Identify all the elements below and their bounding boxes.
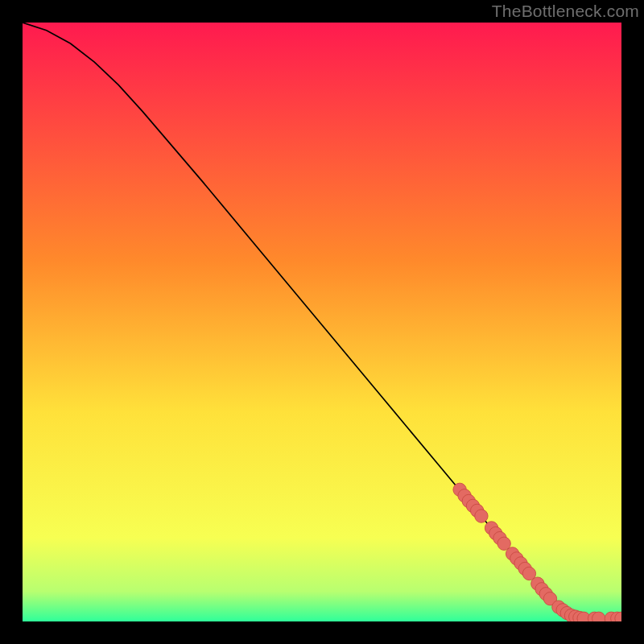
chart-svg (23, 23, 621, 621)
chart-point (475, 510, 488, 522)
chart-point (592, 612, 605, 621)
watermark-text: TheBottleneck.com (492, 2, 639, 21)
chart-background (23, 23, 621, 621)
chart-plot-area (23, 23, 621, 621)
